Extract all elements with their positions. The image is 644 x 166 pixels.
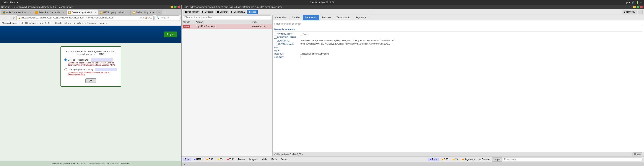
cnpj-input[interactable] (95, 68, 117, 71)
filter-fontes[interactable]: Fontes (236, 158, 246, 161)
bookmark-firefox[interactable]: Firefox ▾ (98, 22, 108, 24)
right-close-btn[interactable] (640, 6, 643, 8)
cpf-radio[interactable] (64, 58, 67, 61)
right-maximize-btn[interactable] (637, 6, 639, 8)
param-val-3: OFTINitwtn3Nd6WWu_xIWKYaHSidVLVKYUkLxpi_… (300, 43, 642, 45)
bookmark-star-icon[interactable]: ☆ (140, 17, 142, 19)
details-panel: Cabeçalhos Cookies Parâmetros Resposta T… (272, 15, 644, 156)
firefox-menu[interactable]: Firefox ▾ (10, 1, 18, 4)
clear-network-btn[interactable]: Limpar (632, 152, 642, 157)
new-tab-button[interactable]: + (163, 11, 167, 15)
login-button[interactable]: Login (164, 32, 177, 37)
os-settings-icon[interactable]: ⚙ (640, 1, 642, 4)
devtools-desempenho[interactable]: ▶ Desempe... (230, 10, 246, 14)
os-volume-icon[interactable]: 🔊 (632, 1, 634, 4)
right-minimize-btn[interactable] (633, 6, 636, 8)
params-section: Filtrar parâmetros do pedido Dados de fo… (272, 20, 644, 60)
tab-1[interactable]: 🟠 Sefaz RS – Secretaria... × (33, 10, 66, 15)
filter-js[interactable]: JS (216, 158, 224, 161)
bookmark-label-5: Firefox ▾ (99, 22, 107, 24)
refresh-button[interactable]: ↻ (11, 16, 16, 20)
devtools-status-bar: ⓪ Um pedido – 0 KB – 0,00 s Limpar (272, 152, 644, 156)
url-bar[interactable]: 🔒 https://www.sefaz.rs.gov.br/Login/Logi… (16, 16, 154, 20)
tab-0[interactable]: 🔵 ALFA Sistemas: Impo... × (1, 10, 33, 15)
tab-2[interactable]: 📄 Create a log of all url... × (66, 10, 98, 15)
os-app-menu[interactable]: ocals ▾ (2, 1, 8, 4)
filter-flash[interactable]: Flash (270, 158, 278, 161)
tab-4[interactable]: 📄 firefox – Http reques... × (131, 10, 162, 15)
devtools-rede[interactable]: ◼ Rede (247, 10, 258, 14)
cnpj-radio[interactable] (64, 68, 67, 71)
os-locale[interactable]: pt ▾ (626, 1, 630, 4)
console-filter-css[interactable]: CSS (440, 158, 450, 161)
tab-resposta[interactable]: Resposta (320, 15, 334, 20)
tab-close-1[interactable]: × (63, 12, 64, 14)
ok-button[interactable]: OK (86, 78, 96, 83)
devtools-editar-estilo[interactable]: Editar esti... (622, 10, 637, 14)
devtools-console[interactable]: ▶ Console (201, 10, 214, 14)
cnpj-option[interactable]: CNPJ (Empresa Contábil): (Utilize esta o… (64, 68, 117, 76)
maximize-btn[interactable] (174, 6, 176, 8)
tab-temporizacao[interactable]: Temporização (334, 15, 353, 20)
expand-icon[interactable]: » (182, 162, 187, 166)
tab-close-3[interactable]: × (128, 12, 129, 14)
param-val-6: ../Receita/PainelUsuario.aspx (300, 53, 642, 55)
bookmark-opensuse[interactable]: openSUSE ▾ (40, 22, 53, 24)
console-filter-input[interactable] (503, 157, 643, 161)
cpf-sublabel: (Utilize esta opção se você for Sócio \ … (68, 62, 117, 66)
devtools-depurar[interactable]: ⬤ Depurar (215, 10, 229, 14)
console-filter-js[interactable]: JS (451, 158, 460, 161)
right-window-controls[interactable] (633, 6, 643, 8)
network-row-post[interactable]: POST LoginEcacCert.aspx www.sefaz.rs... (182, 24, 272, 29)
cpf-option[interactable]: CPF do Responsável: (Utilize esta opção … (64, 58, 117, 66)
cpf-label: CPF do Responsável: (68, 59, 89, 61)
tab-favicon-4: 📄 (132, 11, 135, 14)
bookmark-label-3: Mozilla Firefox ▾ (55, 22, 71, 24)
tab-cookies[interactable]: Cookies (290, 15, 303, 20)
right-titlebar: Rede – https://www.sefaz.rs.gov.br/Login… (182, 5, 644, 9)
back-button[interactable]: ← (1, 16, 5, 20)
close-btn[interactable] (178, 6, 180, 8)
bookmark-importado-chrome[interactable]: Importado do Chrome ▾ (73, 22, 97, 24)
forward-button[interactable]: → (6, 16, 10, 20)
col-file: Arquivo (194, 21, 251, 23)
filter-outros[interactable]: Outros (279, 158, 289, 161)
home-icon[interactable]: 🏠 (144, 17, 147, 19)
download-icon[interactable]: ⬇ (142, 17, 144, 19)
filter-midia[interactable]: Mídia (260, 158, 269, 161)
console-rede-label: Rede (432, 158, 437, 160)
search-bar[interactable]: 🔍 Pesquisar (154, 16, 180, 20)
menu-icon[interactable]: ☰ (150, 17, 152, 19)
tab-3[interactable]: 📄 HTTP logging – Mozill... × (98, 10, 131, 15)
console-filter-seguranca[interactable]: Segurança (460, 158, 476, 161)
minimize-btn[interactable] (170, 6, 173, 8)
bookmark-mozilla-firefox[interactable]: Mozilla Firefox ▾ (54, 22, 72, 24)
devtools-inspecionar[interactable]: ⬤ ⬤ InspecionarInspecionar (183, 10, 200, 14)
tab-close-0[interactable]: × (30, 12, 31, 14)
filter-css[interactable]: CSS (205, 158, 215, 161)
filter-xhr[interactable]: XHR (225, 158, 236, 161)
network-filter-input[interactable] (183, 16, 271, 19)
bookmark-latest-headlines[interactable]: Latest Headlines ▾ (19, 22, 38, 24)
tab-seguranca[interactable]: Segurança (353, 15, 368, 20)
filter-imagens[interactable]: Imagens (248, 158, 259, 161)
tab-parametros[interactable]: Parâmetros (303, 15, 320, 20)
filter-html[interactable]: HTML (192, 158, 204, 161)
tab-cabecalhos[interactable]: Cabeçalhos (272, 15, 290, 20)
left-window-controls[interactable] (170, 6, 180, 8)
console-clear-btn[interactable]: Limpar (492, 157, 502, 162)
tab-close-2[interactable]: × (95, 12, 96, 14)
bookmarks-bar: Mais visitados ▾ Latest Headlines ▾ open… (0, 21, 181, 26)
col-domain: Dom. (251, 21, 272, 23)
left-navbar: ← → ↻ 🔒 https://www.sefaz.rs.gov.br/Logi… (0, 15, 181, 21)
param-key-4: cnpi: (274, 46, 300, 48)
filter-all[interactable]: Tudo (183, 158, 191, 161)
console-filter-rede[interactable]: Rede (428, 158, 439, 161)
devtools-more[interactable]: ··· (638, 10, 643, 14)
bookmark-mais-visitados[interactable]: Mais visitados ▾ (1, 22, 18, 24)
devtools-expand-bar: » (182, 162, 644, 166)
cpf-input[interactable] (91, 58, 112, 61)
console-filter-console[interactable]: Console (478, 158, 492, 161)
console-css-label: CSS (444, 158, 448, 160)
tab-close-4[interactable]: × (158, 12, 160, 14)
